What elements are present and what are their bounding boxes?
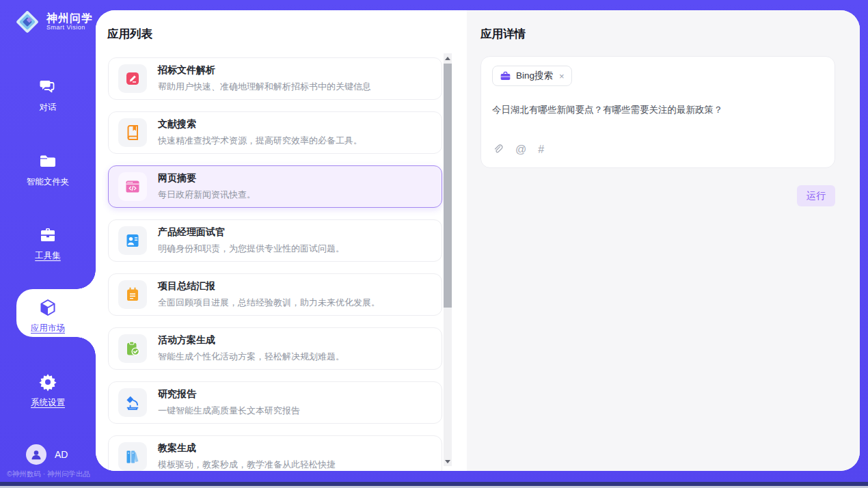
- app-list-panel: 应用列表 招标文件解析帮助用户快速、准确地理解和解析招标书中的关键信息文献搜索快…: [96, 10, 467, 471]
- app-list: 招标文件解析帮助用户快速、准确地理解和解析招标书中的关键信息文献搜索快速精准查找…: [108, 57, 442, 471]
- app-item-description: 全面回顾项目进展，总结经验教训，助力未来优化发展。: [158, 297, 380, 309]
- remove-tool-icon[interactable]: ×: [558, 71, 565, 81]
- app-list-item[interactable]: 研究报告一键智能生成高质量长文本研究报告: [108, 381, 442, 424]
- detail-card: Bing搜索 × 今日湖北有哪些新闻要点？有哪些需要关注的最新政策？ @ #: [480, 56, 835, 168]
- app-list-item[interactable]: 项目总结汇报全面回顾项目进展，总结经验教训，助力未来优化发展。: [108, 273, 442, 316]
- app-list-item[interactable]: 招标文件解析帮助用户快速、准确地理解和解析招标书中的关键信息: [108, 57, 442, 100]
- folder-icon: [38, 152, 57, 171]
- app-item-name: 教案生成: [158, 442, 336, 455]
- sidebar-item-2[interactable]: 智能文件夹: [0, 152, 96, 188]
- book-icon: [118, 118, 147, 147]
- app-window: 神州问学 Smart Vision 对话智能文件夹工具集应用市场系统设置 AD …: [0, 0, 868, 488]
- brand-name: 神州问学: [46, 13, 93, 25]
- clipboard-check-icon: [118, 334, 147, 363]
- sidebar-item-4[interactable]: 应用市场: [0, 298, 96, 334]
- app-item-name: 项目总结汇报: [158, 280, 380, 293]
- sidebar-item-3[interactable]: 工具集: [0, 226, 96, 262]
- app-item-name: 产品经理面试官: [158, 226, 344, 239]
- sidebar-item-5[interactable]: 系统设置: [0, 372, 96, 409]
- sidebar-item-label: 系统设置: [0, 397, 96, 409]
- gear-icon: [38, 372, 57, 392]
- tool-tag[interactable]: Bing搜索 ×: [492, 66, 572, 86]
- briefcase-icon: [500, 70, 511, 82]
- app-list-item[interactable]: 产品经理面试官明确身份和职责，为您提供专业性的面试问题。: [108, 219, 442, 262]
- cube-icon: [38, 298, 57, 317]
- sidebar-footer: ©神州数码 · 神州问学出品: [7, 470, 90, 479]
- app-item-description: 快速精准查找学术资源，提高研究效率的必备工具。: [158, 135, 362, 147]
- query-input[interactable]: 今日湖北有哪些新闻要点？有哪些需要关注的最新政策？: [492, 103, 824, 117]
- run-button[interactable]: 运行: [797, 185, 835, 206]
- app-list-item[interactable]: 教案生成模板驱动，教案秒成，教学准备从此轻松快捷: [108, 435, 442, 471]
- sidebar-item-label: 智能文件夹: [0, 176, 96, 188]
- sidebar-item-label: 对话: [0, 102, 96, 113]
- browser-code-icon: [118, 172, 147, 201]
- app-item-name: 文献搜索: [158, 118, 362, 131]
- app-item-description: 一键智能生成高质量长文本研究报告: [158, 405, 300, 417]
- app-item-name: 招标文件解析: [158, 64, 371, 77]
- microscope-icon: [118, 388, 147, 417]
- pencil-square-icon: [118, 64, 147, 93]
- app-item-description: 模板驱动，教案秒成，教学准备从此轻松快捷: [158, 459, 336, 471]
- app-item-description: 每日政府新闻资讯快查。: [158, 189, 256, 201]
- interviewer-icon: [118, 226, 147, 255]
- sidebar-item-label: 应用市场: [0, 323, 96, 334]
- sidebar-item-1[interactable]: 对话: [0, 77, 96, 113]
- paperclip-icon[interactable]: [492, 144, 504, 155]
- app-item-description: 智能生成个性化活动方案，轻松解决规划难题。: [158, 351, 344, 363]
- at-icon[interactable]: @: [515, 144, 526, 155]
- app-list-item[interactable]: 文献搜索快速精准查找学术资源，提高研究效率的必备工具。: [108, 111, 442, 154]
- user-name: AD: [55, 449, 68, 460]
- chat-icon: [38, 77, 57, 96]
- tool-tag-label: Bing搜索: [516, 70, 553, 82]
- user-icon: [29, 448, 43, 461]
- app-item-name: 网页摘要: [158, 172, 256, 185]
- report-note-icon: [118, 280, 147, 309]
- app-list-item[interactable]: 网页摘要每日政府新闻资讯快查。: [108, 165, 442, 208]
- sidebar-item-label: 工具集: [0, 250, 96, 262]
- app-list-title: 应用列表: [107, 27, 152, 42]
- composer-toolbar: @ #: [492, 144, 544, 155]
- app-item-description: 帮助用户快速、准确地理解和解析招标书中的关键信息: [158, 81, 371, 93]
- scrollbar-down-icon[interactable]: [444, 457, 452, 466]
- user-row[interactable]: AD: [26, 444, 68, 465]
- app-item-description: 明确身份和职责，为您提供专业性的面试问题。: [158, 243, 344, 255]
- books-icon: [118, 442, 147, 471]
- app-item-name: 研究报告: [158, 388, 300, 401]
- hash-icon[interactable]: #: [538, 144, 544, 155]
- scrollbar-thumb[interactable]: [444, 64, 452, 308]
- avatar[interactable]: [26, 444, 46, 465]
- app-item-name: 活动方案生成: [158, 334, 344, 347]
- app-list-item[interactable]: 活动方案生成智能生成个性化活动方案，轻松解决规划难题。: [108, 327, 442, 370]
- scrollbar-up-icon[interactable]: [444, 53, 452, 63]
- content-shell: 应用列表 招标文件解析帮助用户快速、准确地理解和解析招标书中的关键信息文献搜索快…: [96, 10, 860, 471]
- sidebar: 神州问学 Smart Vision 对话智能文件夹工具集应用市场系统设置 AD …: [0, 0, 96, 488]
- app-detail-title: 应用详情: [480, 27, 526, 42]
- app-detail-panel: 应用详情 Bing搜索 × 今日湖北有哪些新闻要点？有哪些需要关注的最新政策？: [467, 10, 860, 471]
- brand-subtitle: Smart Vision: [46, 25, 93, 31]
- brand: 神州问学 Smart Vision: [14, 8, 93, 36]
- brand-logo-icon: [14, 8, 41, 36]
- toolbox-icon: [38, 226, 57, 245]
- scrollbar[interactable]: [444, 53, 452, 466]
